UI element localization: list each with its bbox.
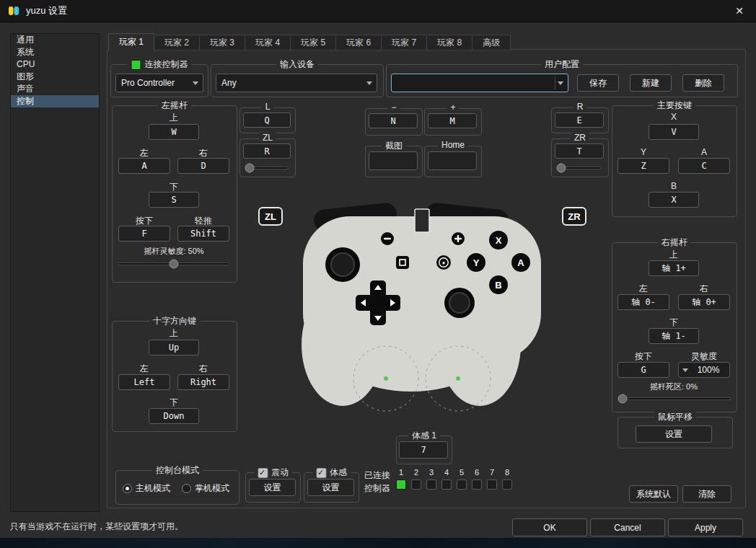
- left-stick-down-button[interactable]: S: [149, 192, 199, 208]
- tab-player-2[interactable]: 玩家 2: [154, 35, 200, 50]
- zl-threshold-slider[interactable]: [245, 162, 289, 173]
- sidebar-item-general[interactable]: 通用: [11, 34, 99, 46]
- plus-button[interactable]: M: [428, 113, 477, 128]
- dpad-left-button[interactable]: Left: [118, 374, 170, 390]
- tab-player-7[interactable]: 玩家 7: [382, 35, 427, 50]
- mouse-panning-settings-button[interactable]: 设置: [636, 425, 712, 443]
- ok-button[interactable]: OK: [512, 518, 587, 536]
- chevron-down-icon: [558, 81, 563, 85]
- motion-settings-button[interactable]: 设置: [307, 479, 354, 496]
- usb-connector: [415, 209, 429, 232]
- tab-advanced[interactable]: 高级: [472, 35, 511, 50]
- dpad-up-button[interactable]: Up: [149, 340, 199, 355]
- connected-controllers: 1 2 3 4 5 6 7 8: [396, 468, 512, 490]
- connected-controller-6-checkbox[interactable]: [472, 480, 482, 490]
- right-stick-press-button[interactable]: G: [617, 362, 669, 378]
- mouse-panning-title: 鼠标平移: [658, 411, 693, 423]
- chevron-down-icon: [682, 368, 688, 372]
- vibration-checkbox[interactable]: [258, 468, 268, 478]
- controller-type-value: Pro Controller: [121, 78, 175, 88]
- sidebar-item-audio[interactable]: 声音: [11, 83, 99, 95]
- handheld-mode-radio[interactable]: 掌机模式: [182, 482, 229, 495]
- home-button-icon: [436, 255, 451, 270]
- clear-button[interactable]: 清除: [682, 485, 731, 503]
- vibration-settings-button[interactable]: 设置: [249, 479, 296, 496]
- zr-button[interactable]: T: [555, 143, 604, 159]
- input-device-label: 输入设备: [280, 58, 315, 71]
- motion1-button[interactable]: 7: [399, 441, 448, 459]
- restore-defaults-button[interactable]: 系统默认: [629, 485, 678, 503]
- titlebar: yuzu 设置 ✕: [0, 0, 756, 22]
- apply-button[interactable]: Apply: [668, 518, 743, 536]
- connected-controller-2-checkbox[interactable]: [411, 480, 421, 490]
- right-stick-deadzone-label: 摇杆死区: 0%: [615, 381, 732, 392]
- sidebar-item-controls[interactable]: 控制: [11, 95, 99, 107]
- connected-controller-7-checkbox[interactable]: [487, 480, 497, 490]
- face-a-button[interactable]: C: [678, 158, 730, 174]
- zr-threshold-slider[interactable]: [556, 162, 602, 173]
- zl-button[interactable]: R: [243, 143, 291, 159]
- tab-player-1[interactable]: 玩家 1: [108, 33, 154, 50]
- dpad-right-button[interactable]: Right: [177, 374, 229, 390]
- left-stick-range-slider[interactable]: [117, 258, 231, 270]
- profile-new-button[interactable]: 新建: [630, 74, 672, 92]
- sidebar-item-system[interactable]: 系统: [11, 46, 99, 58]
- face-b-button[interactable]: X: [649, 192, 699, 208]
- tab-player-6[interactable]: 玩家 6: [336, 35, 382, 50]
- left-stick-title: 左摇杆: [162, 100, 188, 112]
- sidebar-item-graphics[interactable]: 图形: [11, 71, 99, 83]
- face-y-button[interactable]: Z: [617, 158, 669, 174]
- right-stick-right-label: 右: [678, 283, 730, 295]
- profile-delete-button[interactable]: 删除: [682, 74, 724, 92]
- left-stick-range-label: 摇杆灵敏度: 50%: [113, 246, 234, 257]
- screenshot-button[interactable]: [369, 151, 418, 170]
- cancel-button[interactable]: Cancel: [590, 518, 665, 536]
- docked-mode-radio[interactable]: 主机模式: [123, 482, 170, 495]
- r-button[interactable]: E: [555, 112, 604, 128]
- dpad-left-label: 左: [118, 363, 170, 375]
- connected-label-line1: 已连接: [361, 469, 393, 482]
- connected-controller-3-checkbox[interactable]: [426, 480, 436, 490]
- connect-controller-checkbox[interactable]: [131, 60, 141, 70]
- left-stick-left-button[interactable]: A: [118, 158, 170, 174]
- vibration-label: 震动: [271, 467, 289, 479]
- controller-type-select[interactable]: Pro Controller: [115, 74, 203, 92]
- minus-button-icon: [381, 232, 394, 245]
- motion-checkbox[interactable]: [316, 468, 326, 478]
- right-stick-down-button[interactable]: 轴 1-: [649, 328, 699, 344]
- tab-player-5[interactable]: 玩家 5: [291, 35, 336, 50]
- left-stick-right-button[interactable]: D: [177, 158, 229, 174]
- zl-label: ZL: [263, 133, 273, 143]
- profile-select[interactable]: [391, 74, 568, 92]
- dpad-down-button[interactable]: Down: [149, 408, 199, 424]
- right-stick-deadzone-slider[interactable]: [617, 393, 731, 405]
- face-x-label: X: [649, 112, 699, 122]
- plus-button-icon: [452, 232, 465, 245]
- input-device-select[interactable]: Any: [216, 74, 377, 92]
- right-stick-range-select[interactable]: 100%: [678, 362, 730, 378]
- tab-player-4[interactable]: 玩家 4: [245, 35, 291, 50]
- home-button[interactable]: [428, 151, 477, 170]
- background-window-strip: [0, 538, 756, 548]
- tab-player-3[interactable]: 玩家 3: [200, 35, 245, 50]
- tab-player-8[interactable]: 玩家 8: [427, 35, 472, 50]
- right-stick-right-button[interactable]: 轴 0+: [678, 294, 730, 310]
- left-stick-up-button[interactable]: W: [149, 124, 199, 140]
- profile-save-button[interactable]: 保存: [577, 74, 619, 92]
- left-stick-press-button[interactable]: F: [118, 226, 170, 242]
- minus-button[interactable]: N: [369, 113, 418, 128]
- face-x-button[interactable]: V: [649, 124, 699, 140]
- close-icon[interactable]: ✕: [723, 0, 756, 22]
- left-stick-modifier-button[interactable]: Shift: [177, 226, 229, 242]
- right-stick-left-button[interactable]: 轴 0-: [617, 294, 669, 310]
- connected-controller-1-checkbox[interactable]: [396, 480, 406, 490]
- connected-controller-8-checkbox[interactable]: [502, 480, 512, 490]
- sidebar-item-cpu[interactable]: CPU: [11, 58, 99, 71]
- connected-controller-4-checkbox[interactable]: [441, 480, 452, 490]
- right-stick-down-label: 下: [649, 317, 699, 329]
- player-tabbar: 玩家 1 玩家 2 玩家 3 玩家 4 玩家 5 玩家 6 玩家 7 玩家 8 …: [108, 33, 511, 50]
- connected-controller-5-checkbox[interactable]: [457, 480, 467, 490]
- x-button-glyph: X: [496, 235, 502, 246]
- right-stick-up-button[interactable]: 轴 1+: [649, 260, 699, 276]
- l-button[interactable]: Q: [243, 112, 291, 128]
